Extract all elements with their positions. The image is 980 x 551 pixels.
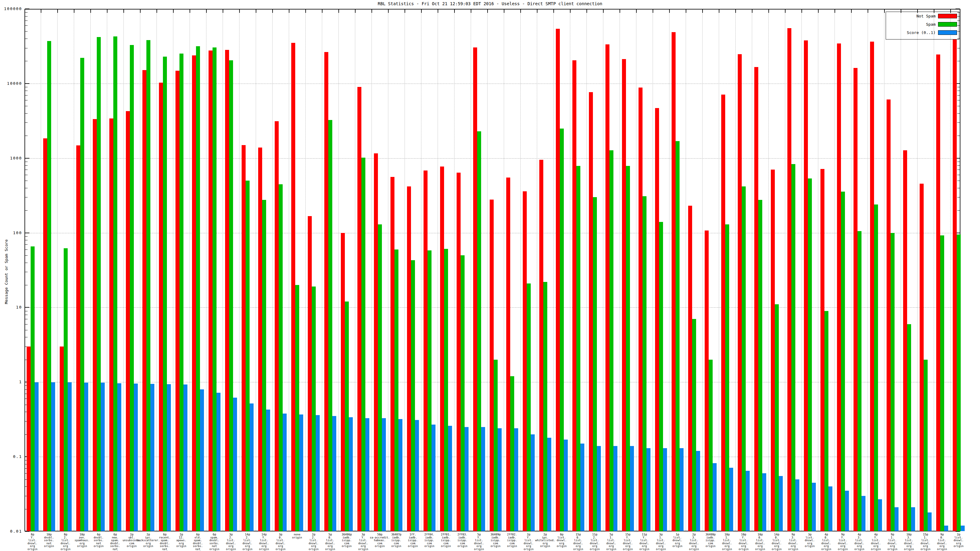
bar-spam <box>626 166 630 531</box>
bar-not-spam <box>638 87 643 531</box>
v-gridline <box>669 10 670 531</box>
bar-spam <box>97 37 101 531</box>
y-minor-tick-left <box>25 240 27 240</box>
top-tick <box>454 9 455 13</box>
bar-score-0-1 <box>365 418 369 531</box>
top-tick <box>487 9 488 13</box>
y-minor-tick-left <box>25 25 27 26</box>
y-major-tick-left <box>25 233 29 233</box>
bar-not-spam <box>407 186 411 531</box>
v-gridline <box>454 10 455 531</box>
bar-not-spam <box>258 148 262 531</box>
bar-spam <box>560 129 564 531</box>
v-gridline <box>388 10 388 531</box>
bar-not-spam <box>605 44 609 531</box>
bar-spam <box>676 141 679 531</box>
top-tick <box>256 9 256 13</box>
y-major-tick-right <box>956 9 960 9</box>
bar-spam <box>593 197 597 531</box>
bar-score-0-1 <box>216 393 221 531</box>
top-tick <box>41 9 41 13</box>
bar-not-spam <box>473 48 477 531</box>
bar-not-spam <box>953 40 957 531</box>
y-minor-tick-left <box>25 319 27 319</box>
y-minor-tick-left <box>25 122 27 123</box>
bar-not-spam <box>556 29 560 531</box>
y-minor-tick-left <box>25 337 27 337</box>
bar-spam <box>924 360 928 531</box>
y-minor-tick-right <box>957 181 960 181</box>
bar-score-0-1 <box>630 446 634 531</box>
bar-not-spam <box>357 87 361 531</box>
bar-score-0-1 <box>547 438 551 531</box>
bar-spam <box>609 150 613 531</box>
top-tick <box>636 9 637 13</box>
v-gridline <box>934 10 934 531</box>
v-gridline <box>504 10 504 531</box>
v-gridline <box>735 10 736 531</box>
v-gridline <box>206 10 207 531</box>
bar-spam <box>758 200 762 531</box>
bar-spam <box>130 45 134 531</box>
y-tick-label: 100 <box>0 230 22 235</box>
bar-score-0-1 <box>250 403 254 531</box>
bar-not-spam <box>870 41 874 531</box>
bar-spam <box>808 178 812 531</box>
v-gridline <box>90 10 91 531</box>
bar-spam <box>477 131 481 531</box>
bar-not-spam <box>43 138 47 531</box>
bar-not-spam <box>738 54 742 531</box>
v-gridline <box>438 10 438 531</box>
top-tick <box>90 9 91 13</box>
bar-not-spam <box>573 60 576 531</box>
top-tick <box>669 9 670 13</box>
y-minor-tick-right <box>957 188 960 188</box>
top-tick <box>851 9 852 13</box>
top-tick <box>305 9 306 13</box>
y-major-tick-left <box>25 158 29 159</box>
bar-score-0-1 <box>167 384 171 531</box>
bar-spam <box>196 46 200 531</box>
bar-score-0-1 <box>514 428 518 531</box>
v-gridline <box>785 10 785 531</box>
v-gridline <box>322 10 322 531</box>
y-minor-tick-right <box>957 113 960 114</box>
y-minor-tick-left <box>25 170 27 170</box>
bar-spam <box>907 324 911 531</box>
y-minor-tick-left <box>25 162 27 162</box>
top-tick <box>471 9 471 13</box>
y-major-tick-left <box>25 83 29 84</box>
y-minor-tick-right <box>957 61 960 61</box>
bar-spam <box>328 120 332 531</box>
top-tick <box>421 9 422 13</box>
top-tick <box>520 9 521 13</box>
y-minor-tick-right <box>957 197 960 197</box>
y-minor-tick-left <box>25 95 27 95</box>
top-tick <box>868 9 868 13</box>
legend-row: Score (0..1) <box>886 30 959 35</box>
legend-label: Spam <box>926 22 935 27</box>
top-tick <box>537 9 538 13</box>
bar-not-spam <box>804 40 808 531</box>
y-minor-tick-left <box>25 285 27 285</box>
y-minor-tick-left <box>25 48 27 48</box>
bar-spam <box>345 302 349 531</box>
v-gridline <box>917 10 918 531</box>
bar-spam <box>146 40 150 531</box>
y-minor-tick-left <box>25 197 27 197</box>
bar-not-spam <box>821 169 824 531</box>
bar-spam <box>80 58 84 531</box>
bar-not-spam <box>60 346 64 531</box>
y-minor-tick-right <box>957 100 960 100</box>
v-gridline <box>652 10 653 531</box>
v-gridline <box>702 10 703 531</box>
bar-spam <box>163 57 167 531</box>
legend-swatch <box>938 22 957 27</box>
bar-not-spam <box>423 170 428 531</box>
top-tick <box>504 9 504 13</box>
bar-score-0-1 <box>183 384 188 531</box>
v-gridline <box>603 10 603 531</box>
bar-not-spam <box>622 59 626 531</box>
top-tick <box>587 9 587 13</box>
bar-not-spam <box>208 51 213 531</box>
